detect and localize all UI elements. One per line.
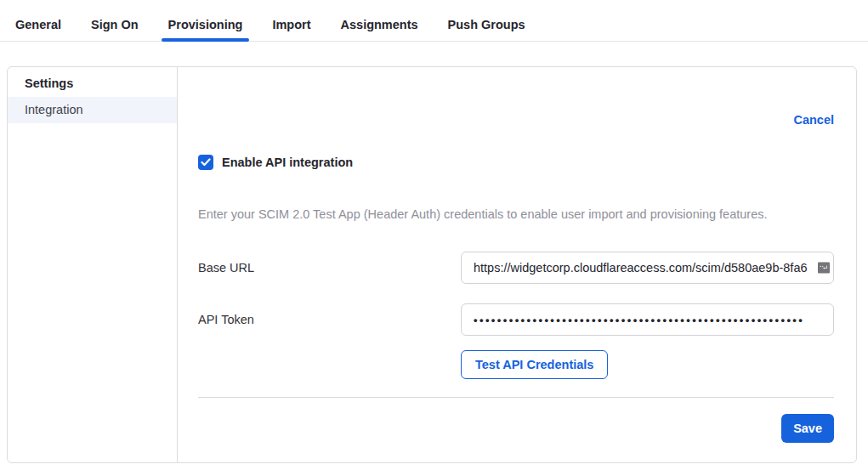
form-divider [198, 397, 834, 398]
tab-import[interactable]: Import [272, 18, 310, 41]
cancel-row: Cancel [198, 113, 834, 127]
sidebar-item-integration[interactable]: Integration [8, 97, 177, 123]
text-overflow-indicator [818, 263, 830, 274]
provisioning-panel: Settings Integration Cancel Enable API i… [7, 66, 857, 463]
base-url-input-wrap [461, 252, 834, 284]
cancel-button[interactable]: Cancel [793, 113, 834, 127]
save-row: Save [198, 414, 834, 443]
save-button[interactable]: Save [781, 414, 834, 443]
tab-push-groups[interactable]: Push Groups [448, 18, 525, 41]
test-api-credentials-button[interactable]: Test API Credentials [461, 350, 608, 379]
enable-api-row: Enable API integration [198, 155, 834, 170]
integration-form: Cancel Enable API integration Enter your… [178, 67, 856, 462]
api-token-input[interactable] [461, 303, 834, 336]
tab-provisioning[interactable]: Provisioning [168, 18, 243, 41]
enable-api-checkbox[interactable] [198, 155, 213, 170]
enable-api-label: Enable API integration [222, 156, 353, 169]
base-url-row: Base URL [198, 252, 834, 284]
api-token-label: API Token [198, 313, 461, 326]
api-token-row: API Token [198, 303, 834, 336]
tab-assignments[interactable]: Assignments [341, 18, 418, 41]
base-url-input[interactable] [461, 252, 834, 284]
tab-sign-on[interactable]: Sign On [91, 18, 139, 41]
active-tab-indicator [162, 38, 250, 42]
checkmark-icon [201, 158, 211, 167]
base-url-label: Base URL [198, 261, 461, 275]
settings-sidebar: Settings Integration [8, 67, 178, 462]
api-token-input-wrap [461, 303, 834, 336]
tab-general[interactable]: General [15, 18, 61, 41]
test-credentials-row: Test API Credentials [461, 350, 834, 379]
tab-provisioning-label: Provisioning [168, 18, 243, 31]
app-tab-bar: General Sign On Provisioning Import Assi… [0, 0, 868, 42]
sidebar-header: Settings [8, 67, 177, 97]
return-glyph-icon [820, 264, 828, 271]
credentials-description: Enter your SCIM 2.0 Test App (Header Aut… [198, 207, 834, 221]
